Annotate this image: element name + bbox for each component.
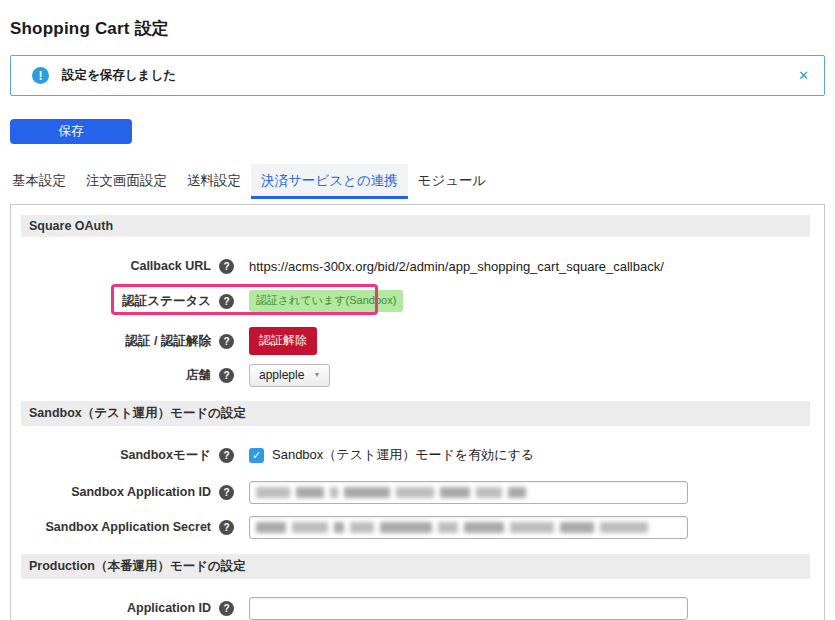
help-icon[interactable]: ? <box>219 334 234 349</box>
shop-select[interactable]: appleple ▼ <box>249 364 330 387</box>
help-icon[interactable]: ? <box>219 520 234 535</box>
sandbox-mode-checkbox[interactable]: ✓ <box>249 448 264 463</box>
app-id-row: Application ID ? <box>21 596 810 620</box>
success-alert: ! 設定を保存しました ✕ <box>10 55 825 96</box>
auth-status-label: 認証ステータス <box>21 293 211 310</box>
sandbox-app-id-row: Sandbox Application ID ? <box>21 480 810 504</box>
sandbox-app-id-input[interactable] <box>249 481 688 504</box>
auth-action-label: 認証 / 認証解除 <box>21 333 211 350</box>
info-icon: ! <box>32 67 49 84</box>
help-icon[interactable]: ? <box>219 601 234 616</box>
app-id-input[interactable] <box>249 597 688 620</box>
app-id-label: Application ID <box>21 601 211 615</box>
sandbox-app-id-label: Sandbox Application ID <box>21 485 211 499</box>
help-icon[interactable]: ? <box>219 259 234 274</box>
sandbox-app-secret-input[interactable] <box>249 516 688 539</box>
tab-payment-service-integration[interactable]: 決済サービスとの連携 <box>251 164 408 199</box>
shop-label: 店舗 <box>21 367 211 384</box>
close-icon[interactable]: ✕ <box>798 68 809 83</box>
tab-shipping-settings[interactable]: 送料設定 <box>177 164 251 199</box>
callback-url-label: Callback URL <box>21 259 211 273</box>
sandbox-mode-label: Sandboxモード <box>21 447 211 464</box>
page-title: Shopping Cart 設定 <box>10 0 825 40</box>
tab-order-screen-settings[interactable]: 注文画面設定 <box>76 164 177 199</box>
shop-select-value: appleple <box>259 368 304 382</box>
tab-modules[interactable]: モジュール <box>408 164 497 199</box>
auth-status-row: 認証ステータス ? 認証されています(Sandbox) <box>21 289 810 313</box>
help-icon[interactable]: ? <box>219 485 234 500</box>
sandbox-mode-checkbox-label: Sandbox（テスト運用）モードを有効にする <box>272 446 534 464</box>
help-icon[interactable]: ? <box>219 448 234 463</box>
chevron-down-icon: ▼ <box>313 371 320 378</box>
section-header-production: Production（本番運用）モードの設定 <box>21 554 810 579</box>
page: Shopping Cart 設定 ! 設定を保存しました ✕ 保存 基本設定 注… <box>0 0 835 620</box>
sandbox-app-secret-row: Sandbox Application Secret ? <box>21 515 810 539</box>
section-header-sandbox: Sandbox（テスト運用）モードの設定 <box>21 401 810 426</box>
callback-url-value: https://acms-300x.org/bid/2/admin/app_sh… <box>249 259 664 274</box>
callback-url-row: Callback URL ? https://acms-300x.org/bid… <box>21 254 810 278</box>
auth-status-badge: 認証されています(Sandbox) <box>249 290 403 312</box>
tab-bar: 基本設定 注文画面設定 送料設定 決済サービスとの連携 モジュール <box>2 164 825 199</box>
sandbox-mode-row: Sandboxモード ? ✓ Sandbox（テスト運用）モードを有効にする <box>21 443 810 467</box>
alert-message: 設定を保存しました <box>62 67 176 84</box>
settings-panel: Square OAuth Callback URL ? https://acms… <box>10 204 825 620</box>
help-icon[interactable]: ? <box>219 294 234 309</box>
tab-basic-settings[interactable]: 基本設定 <box>2 164 76 199</box>
auth-action-row: 認証 / 認証解除 ? 認証解除 <box>21 327 810 355</box>
deauthorize-button[interactable]: 認証解除 <box>249 327 317 355</box>
save-button[interactable]: 保存 <box>10 119 132 144</box>
section-header-square-oauth: Square OAuth <box>21 215 810 237</box>
shop-row: 店舗 ? appleple ▼ <box>21 363 810 387</box>
help-icon[interactable]: ? <box>219 368 234 383</box>
sandbox-app-secret-label: Sandbox Application Secret <box>21 520 211 534</box>
